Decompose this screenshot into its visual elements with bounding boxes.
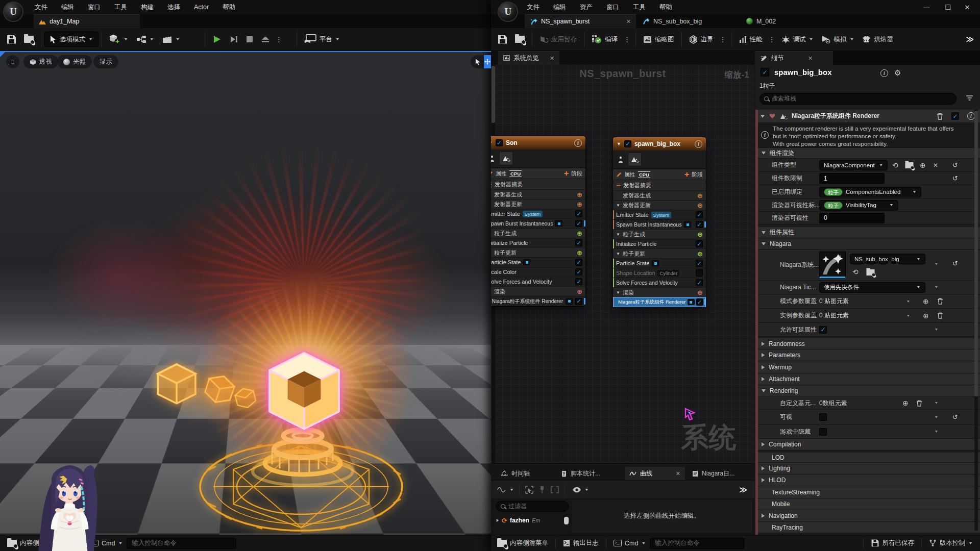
tab-close-icon[interactable]: ✕	[550, 55, 554, 62]
category-parameters[interactable]: Parameters	[755, 349, 980, 361]
apply-scratch-button[interactable]: 应用暂存	[535, 31, 581, 48]
renderer-enabled-checkbox[interactable]: ✓	[951, 112, 959, 120]
category-lod[interactable]: LOD	[755, 453, 980, 463]
node-props-row[interactable]: 属性 CPU ✚ 阶段	[491, 168, 585, 179]
module-shape-location[interactable]: Shape LocationCylinder✓	[613, 268, 706, 278]
collapse-icon[interactable]	[761, 115, 765, 118]
expand-caret-icon[interactable]: ▼	[934, 415, 939, 419]
output-log-button[interactable]: 输出日志	[559, 535, 603, 551]
bounds-options-button[interactable]: ⋮	[718, 36, 728, 43]
module-solve-forces[interactable]: Solve Forces and Velocity✓	[613, 278, 706, 287]
expand-icon[interactable]	[497, 519, 499, 522]
add-stage-icon[interactable]: ✚	[684, 171, 689, 178]
reset-icon[interactable]: ↺	[952, 174, 958, 182]
stage-emitter-update[interactable]: ▼发射器更新⊕	[613, 200, 706, 210]
tab-ns-sub-box-big[interactable]: NS_sub_box_big	[637, 14, 729, 28]
module-emitter-state[interactable]: Emitter StateSystem✓	[613, 210, 706, 219]
details-search-input[interactable]: 搜索堆栈	[760, 93, 957, 105]
tab-script-stats[interactable]: 脚本统计...	[556, 467, 605, 480]
info-icon[interactable]: i	[967, 112, 975, 120]
menu-select[interactable]: 选择	[167, 3, 180, 12]
category-texture-streaming[interactable]: TextureStreaming	[755, 486, 980, 498]
all-saved-button[interactable]: 所有已保存	[867, 535, 919, 551]
module-solve-forces[interactable]: Solve Forces and Velocity✓	[491, 277, 585, 286]
plus-circle-icon[interactable]: ⊕	[923, 297, 929, 306]
thumbnail-button[interactable]: 缩略图	[639, 31, 678, 48]
node-summary-row[interactable]: ☰ 发射器摘要	[491, 179, 585, 189]
emitter-icon[interactable]: CH	[499, 152, 513, 165]
bake-button[interactable]: 烘焙器	[858, 31, 897, 48]
node-header[interactable]: ▼ ✓ Son i	[491, 136, 585, 149]
reset-icon[interactable]: ↺	[952, 413, 958, 421]
module-spawn-burst[interactable]: Spawn Burst Instantaneous✓	[613, 219, 706, 229]
menu-help[interactable]: 帮助	[659, 3, 672, 12]
category-warmup[interactable]: Warmup	[755, 361, 980, 373]
toolbar-overflow-button[interactable]: ≫	[966, 35, 974, 44]
niagara-tick-dropdown[interactable]: 使用先决条件▼	[819, 282, 925, 293]
stage-render[interactable]: ▼渲染⊕	[491, 286, 585, 296]
info-icon[interactable]: i	[880, 69, 888, 77]
simulate-dropdown[interactable]: 模拟▼	[817, 31, 858, 48]
module-spawn-burst[interactable]: Spawn Burst Instantaneous✓	[491, 218, 585, 228]
tab-close-icon[interactable]: ✕	[626, 18, 631, 25]
niagara-system-dropdown[interactable]: NS_sub_box_big▼	[850, 254, 925, 264]
system-enabled-checkbox[interactable]: ✓	[761, 68, 769, 77]
visibility-dropdown[interactable]: ▼	[568, 481, 593, 498]
browse-icon[interactable]	[905, 162, 913, 168]
module-emitter-state[interactable]: Emitter StateSystem✓	[491, 209, 585, 218]
module-renderer[interactable]: Niagara粒子系统组件 Renderer✓	[491, 296, 585, 306]
node-props-row[interactable]: 属性 CPU ✚ 阶段	[613, 169, 706, 180]
browse-asset-button[interactable]	[511, 31, 529, 48]
frame-skip-button[interactable]	[226, 31, 242, 48]
details-vscrollbar[interactable]	[974, 110, 978, 531]
performance-options-button[interactable]: ⋮	[767, 36, 777, 43]
renderer-section-header[interactable]: CH Niagara粒子系统组件 Renderer ✓ i	[755, 110, 980, 123]
menu-window[interactable]: 窗口	[88, 3, 101, 12]
visible-checkbox[interactable]: ✓	[819, 413, 827, 421]
curve-list-item[interactable]: ⟳ fazhen Em	[494, 515, 571, 526]
category-niagara[interactable]: Niagara	[755, 238, 980, 249]
tab-system-overview[interactable]: 系统总览 ✕	[498, 51, 559, 65]
stage-emitter-update[interactable]: ▼发射器更新⊕	[491, 199, 585, 209]
frame-keys-button[interactable]	[548, 481, 561, 498]
category-component-render[interactable]: 组件渲染	[755, 148, 980, 159]
graph-canvas[interactable]: NS_spawn_burst 缩放-1 系统 ▼ ✓ Son i CH 属性	[491, 65, 754, 463]
menu-tools[interactable]: 工具	[633, 3, 646, 12]
eject-button[interactable]	[257, 31, 274, 48]
category-raytracing[interactable]: RayTracing	[755, 522, 980, 533]
category-compilation[interactable]: Compilation	[755, 439, 980, 450]
expand-caret-icon[interactable]: ▼	[934, 401, 939, 405]
lit-button[interactable]: 光照	[57, 55, 92, 68]
expand-caret-icon[interactable]: ▼	[934, 285, 939, 289]
category-attachment[interactable]: Attachment	[755, 373, 980, 385]
platforms-dropdown[interactable]: 平台▼	[300, 31, 344, 48]
compile-button[interactable]: 编译	[587, 31, 622, 48]
tab-niagara-log[interactable]: Niagara日...	[688, 467, 739, 480]
person-icon[interactable]	[491, 155, 497, 162]
module-initialize-particle[interactable]: Initialize Particle✓	[613, 239, 706, 248]
stage-emitter-spawn[interactable]: 发射器生成⊕	[613, 190, 706, 200]
menu-asset[interactable]: 资产	[580, 3, 593, 12]
plus-circle-icon[interactable]: ⊕	[923, 312, 929, 320]
bounds-button[interactable]: 边界	[685, 31, 718, 48]
emitter-enabled-checkbox[interactable]: ✓	[496, 139, 503, 146]
tab-day1-map[interactable]: day1_Map	[34, 14, 140, 28]
menu-edit[interactable]: 编辑	[553, 3, 566, 12]
emitter-node-spawn-big-box[interactable]: ▼ ✓ spawn_big_box i CH 属性 CPU ✚ 阶段	[612, 137, 706, 308]
menu-build[interactable]: 构建	[141, 3, 154, 12]
info-icon[interactable]: i	[695, 140, 702, 148]
renderer-visibility-input[interactable]: 0	[819, 213, 885, 223]
menu-edit[interactable]: 编辑	[61, 3, 74, 12]
module-renderer-selected[interactable]: Niagara粒子系统组件 Renderer✓	[613, 297, 706, 307]
menu-window[interactable]: 窗口	[606, 3, 619, 12]
play-options-button[interactable]: ⋮	[274, 36, 284, 43]
tab-timeline[interactable]: 时间轴	[496, 467, 534, 480]
pin-keys-button[interactable]	[536, 481, 548, 498]
tab-details[interactable]: 细节 ✕	[755, 51, 833, 65]
plus-circle-icon[interactable]: ⊕	[902, 399, 909, 407]
trash-icon[interactable]	[937, 312, 943, 319]
cinematics-button[interactable]: ▼	[158, 31, 184, 48]
expand-caret-icon[interactable]: ▼	[934, 328, 939, 332]
stage-render[interactable]: ▼渲染⊕	[613, 287, 706, 297]
gear-icon[interactable]: ⚙	[894, 68, 901, 78]
